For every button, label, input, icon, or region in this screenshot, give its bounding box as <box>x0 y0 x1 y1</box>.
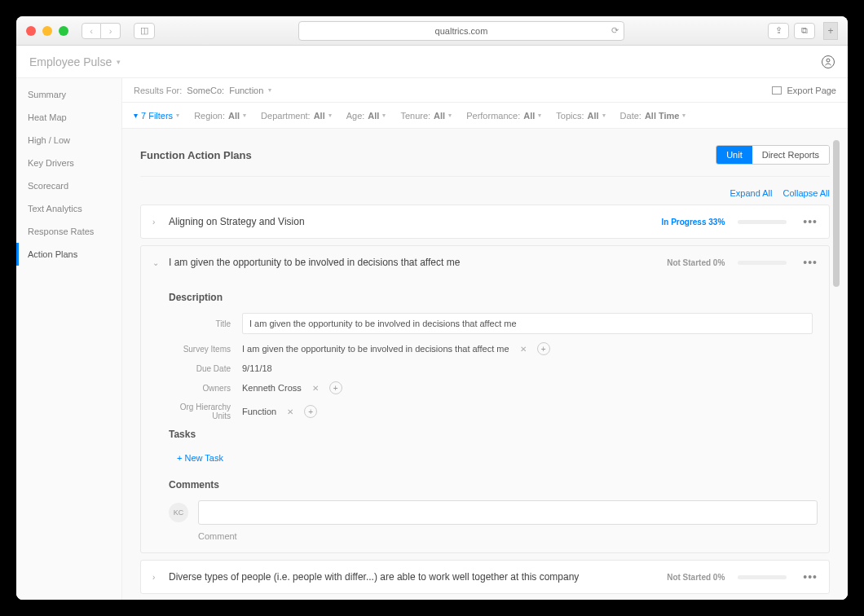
filter-region[interactable]: Region: All▾ <box>194 111 246 121</box>
titlebar: ‹ › ◫ qualtrics.com ⟳ ⇪ ⧉ + <box>16 16 848 46</box>
nav-arrows: ‹ › <box>82 23 121 39</box>
back-button[interactable]: ‹ <box>82 23 101 39</box>
sidebar-item-heat-map[interactable]: Heat Map <box>16 106 121 129</box>
filter-performance[interactable]: Performance: All▾ <box>466 111 541 121</box>
body-row: Summary Heat Map High / Low Key Drivers … <box>16 78 848 600</box>
due-date-value[interactable]: 9/11/18 <box>242 363 272 373</box>
more-menu-icon[interactable]: ••• <box>803 570 818 583</box>
filter-age[interactable]: Age: All▾ <box>346 111 386 121</box>
chevron-down-icon: ▾ <box>176 112 179 119</box>
reload-icon[interactable]: ⟳ <box>611 25 619 36</box>
action-plan-item: › Diverse types of people (i.e. people w… <box>140 560 830 594</box>
sidebar: Summary Heat Map High / Low Key Drivers … <box>16 78 122 600</box>
add-icon[interactable]: + <box>304 405 317 418</box>
url-text: qualtrics.com <box>435 26 488 36</box>
zoom-window-button[interactable] <box>59 26 68 36</box>
sidebar-item-key-drivers[interactable]: Key Drivers <box>16 152 121 174</box>
new-task-link[interactable]: + New Task <box>169 450 818 466</box>
more-menu-icon[interactable]: ••• <box>803 215 818 228</box>
field-survey-items: Survey Items I am given the opportunity … <box>169 342 818 355</box>
new-tab-button[interactable]: + <box>823 22 838 40</box>
url-wrap: qualtrics.com ⟳ <box>163 21 760 41</box>
app-title-text: Employee Pulse <box>29 55 112 68</box>
plan-body: Description Title Survey Items I am give… <box>141 279 829 552</box>
app-header: Employee Pulse ▾ <box>16 46 848 78</box>
add-icon[interactable]: + <box>329 381 342 394</box>
sidebar-item-high-low[interactable]: High / Low <box>16 129 121 152</box>
sidebar-item-text-analytics[interactable]: Text Analytics <box>16 197 121 220</box>
sidebar-item-scorecard[interactable]: Scorecard <box>16 174 121 197</box>
comment-button[interactable]: Comment <box>169 531 818 541</box>
toolbar-right: ⇪ ⧉ + <box>768 22 838 40</box>
remove-icon[interactable]: ✕ <box>284 406 296 417</box>
remove-icon[interactable]: ✕ <box>518 343 529 354</box>
app: Employee Pulse ▾ Summary Heat Map High /… <box>16 46 848 600</box>
chevron-down-icon: ▾ <box>268 86 271 94</box>
main: Results For: SomeCo: Function ▾ Export P… <box>122 78 848 600</box>
survey-item-value: I am given the opportunity to be involve… <box>242 344 509 354</box>
plan-header[interactable]: › Aligning on Strategy and Vision In Pro… <box>141 205 829 238</box>
close-window-button[interactable] <box>26 26 36 36</box>
sidebar-item-action-plans[interactable]: Action Plans <box>16 243 121 266</box>
share-icon[interactable]: ⇪ <box>768 23 789 39</box>
org-unit-value: Function <box>242 407 276 416</box>
collapse-all-link[interactable]: Collapse All <box>783 188 830 198</box>
subheader: Results For: SomeCo: Function ▾ Export P… <box>122 78 848 103</box>
action-plan-item: › Aligning on Strategy and Vision In Pro… <box>140 205 830 239</box>
plan-title: Aligning on Strategy and Vision <box>169 216 653 227</box>
field-label: Title <box>169 319 242 328</box>
field-owners: Owners Kenneth Cross ✕ + <box>169 381 818 394</box>
avatar: KC <box>169 503 188 522</box>
panel-header: Function Action Plans Unit Direct Report… <box>140 140 830 173</box>
divider <box>140 176 830 177</box>
url-bar[interactable]: qualtrics.com ⟳ <box>298 21 624 41</box>
export-label: Export Page <box>787 86 836 95</box>
minimize-window-button[interactable] <box>42 26 52 36</box>
profile-icon[interactable] <box>822 55 835 68</box>
scope-dropdown[interactable]: Function <box>229 86 263 95</box>
toggle-direct-reports[interactable]: Direct Reports <box>752 146 829 164</box>
plan-header[interactable]: › Diverse types of people (i.e. people w… <box>141 561 829 593</box>
sidebar-toggle-button[interactable]: ◫ <box>134 23 155 39</box>
plan-title: Diverse types of people (i.e. people wit… <box>169 571 659 583</box>
field-org-units: Org Hierarchy Units Function ✕ + <box>169 403 818 420</box>
funnel-icon: ▾ <box>134 111 138 120</box>
plan-title: I am given the opportunity to be involve… <box>169 257 659 268</box>
filters-dropdown[interactable]: ▾ 7 Filters ▾ <box>134 111 179 121</box>
more-menu-icon[interactable]: ••• <box>803 256 818 269</box>
filter-topics[interactable]: Topics: All▾ <box>556 111 605 121</box>
forward-button[interactable]: › <box>101 23 121 39</box>
comment-input[interactable] <box>198 500 818 525</box>
sidebar-item-response-rates[interactable]: Response Rates <box>16 220 121 243</box>
chevron-right-icon: › <box>152 218 161 227</box>
add-icon[interactable]: + <box>537 342 550 355</box>
export-icon <box>772 86 782 95</box>
expand-all-link[interactable]: Expand All <box>730 188 772 198</box>
field-title: Title <box>169 313 818 334</box>
plan-header[interactable]: ⌄ I am given the opportunity to be invol… <box>141 246 829 279</box>
app-title-dropdown[interactable]: Employee Pulse ▾ <box>29 55 121 68</box>
sidebar-item-summary[interactable]: Summary <box>16 83 121 106</box>
field-label: Owners <box>169 384 242 393</box>
remove-icon[interactable]: ✕ <box>310 382 321 394</box>
filter-tenure[interactable]: Tenure: All▾ <box>400 111 452 121</box>
field-label: Due Date <box>169 364 242 373</box>
scrollbar[interactable] <box>833 140 840 594</box>
results-for-label: Results For: <box>134 86 182 95</box>
comment-row: KC <box>169 500 818 525</box>
export-page-button[interactable]: Export Page <box>772 86 836 95</box>
tabs-icon[interactable]: ⧉ <box>794 23 815 39</box>
content-area: Function Action Plans Unit Direct Report… <box>122 129 848 600</box>
toggle-unit[interactable]: Unit <box>716 146 752 164</box>
chevron-right-icon: › <box>152 573 161 582</box>
title-input[interactable] <box>242 313 813 334</box>
plan-status: In Progress 33% <box>661 218 725 227</box>
filters-count: 7 Filters <box>141 111 173 121</box>
filter-department[interactable]: Department: All▾ <box>261 111 332 121</box>
window-controls <box>26 26 68 36</box>
org-name: SomeCo: <box>187 86 224 95</box>
action-plan-item: ⌄ I am given the opportunity to be invol… <box>140 245 830 553</box>
filter-date[interactable]: Date: All Time▾ <box>620 111 686 121</box>
field-due-date: Due Date 9/11/18 <box>169 363 818 373</box>
filter-row: ▾ 7 Filters ▾ Region: All▾ Department: A… <box>122 103 848 129</box>
